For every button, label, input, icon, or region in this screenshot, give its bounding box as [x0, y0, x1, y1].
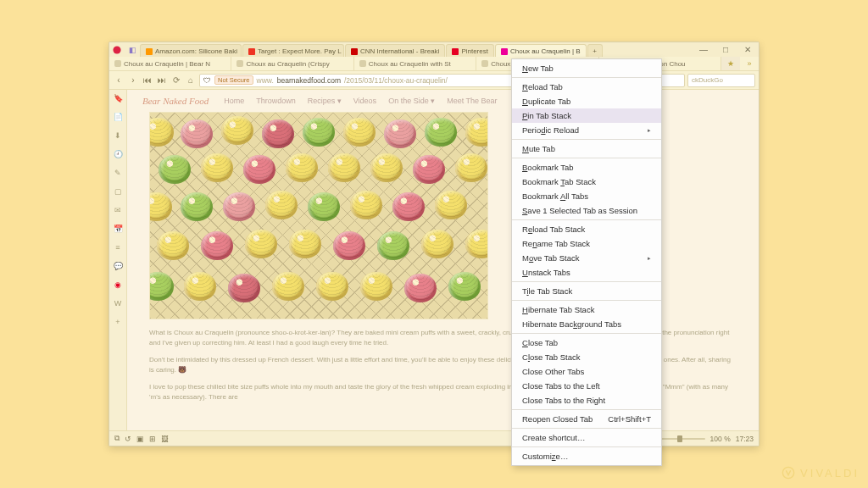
top-tab-row: Amazon.com: Silicone Baki Target : Expec…	[140, 42, 693, 57]
zoom-label: 100 %	[710, 435, 731, 443]
nav-link[interactable]: Videos	[353, 97, 376, 105]
ctx-pin-tab-stack[interactable]: Pin Tab Stack	[512, 108, 661, 123]
ctx-mute-tab[interactable]: Mute Tab	[512, 141, 661, 156]
not-secure-badge: Not Secure	[214, 75, 253, 85]
maximize-button[interactable]: □	[715, 42, 737, 57]
clock: 17:23	[736, 435, 754, 443]
ctx-bookmark-all-tabs[interactable]: Bookmark All Tabs	[512, 189, 661, 203]
svg-point-1	[782, 467, 793, 478]
home-button[interactable]: ⌂	[185, 75, 197, 86]
ctx-create-shortcut[interactable]: Create shortcut…	[512, 430, 661, 445]
downloads-panel-icon[interactable]: ⬇	[112, 130, 124, 141]
ctx-periodic-reload[interactable]: Periodic Reload▸	[512, 123, 661, 137]
reading-list-icon[interactable]: 📄	[112, 111, 124, 123]
calendar-panel-icon[interactable]: 📅	[112, 223, 124, 235]
nav-link[interactable]: Meet The Bear	[447, 97, 497, 105]
ctx-close-tab-stack[interactable]: Close Tab Stack	[512, 350, 661, 364]
window-controls: — □ ✕	[693, 42, 759, 57]
ctx-close-other-tabs[interactable]: Close Other Tabs	[512, 364, 661, 379]
ctx-save-session[interactable]: Save 1 Selected Tab as Session	[512, 203, 661, 218]
ctx-reload-tab[interactable]: Reload Tab	[512, 80, 661, 94]
svg-point-0	[113, 46, 120, 53]
ctx-tile-tab-stack[interactable]: Tile Tab Stack	[512, 284, 661, 298]
top-tab[interactable]: Amazon.com: Silicone Baki	[140, 44, 242, 57]
capture-icon[interactable]: ▣	[136, 435, 144, 443]
mail-panel-icon[interactable]: ✉	[112, 204, 124, 216]
tiling-icon[interactable]: ⊞	[149, 435, 156, 443]
close-button[interactable]: ✕	[737, 42, 759, 57]
sub-tab[interactable]: Choux au Craquelin (Crispy	[231, 57, 353, 70]
feeds-panel-icon[interactable]: ≡	[112, 241, 124, 253]
ctx-rename-tab-stack[interactable]: Rename Tab Stack	[512, 236, 661, 251]
top-tab[interactable]: Pinterest	[446, 44, 494, 57]
ctx-hibernate-background[interactable]: Hibernate Background Tabs	[512, 317, 661, 331]
ctx-reload-tab-stack[interactable]: Reload Tab Stack	[512, 222, 661, 236]
sub-tab[interactable]: Choux au Craquelin with St	[354, 57, 476, 70]
back-button[interactable]: ‹	[113, 75, 125, 86]
search-box[interactable]: ckDuckGo	[687, 74, 755, 87]
vivaldi-watermark: VIVALDI	[782, 466, 860, 480]
ctx-close-tab[interactable]: Close Tab	[512, 336, 661, 350]
vivaldi-menu-icon[interactable]	[109, 42, 125, 57]
image-toggle-icon[interactable]: 🖼	[161, 435, 169, 443]
webpanel-icon[interactable]: W	[112, 297, 124, 309]
tab-options-icon[interactable]: »	[740, 57, 759, 70]
chat-panel-icon[interactable]: 💬	[112, 260, 124, 272]
ctx-bookmark-tab-stack[interactable]: Bookmark Tab Stack	[512, 175, 661, 189]
ctx-bookmark-tab[interactable]: Bookmark Tab	[512, 160, 661, 175]
notes-panel-icon[interactable]: ✎	[112, 167, 124, 179]
site-header: Bear Naked Food Home Throwdown Recipes ▾…	[127, 90, 759, 112]
ctx-new-tab[interactable]: NNew Tabew Tab	[512, 61, 661, 75]
top-tab-active[interactable]: Choux au Craquelin | B	[495, 44, 587, 57]
ctx-hibernate-tab-stack[interactable]: Hibernate Tab Stack	[512, 302, 661, 317]
webpanel-icon[interactable]: ◉	[112, 279, 124, 291]
ctx-close-left[interactable]: Close Tabs to the Left	[512, 379, 661, 393]
add-panel-icon[interactable]: +	[112, 316, 124, 328]
ctx-move-tab-stack[interactable]: Move Tab Stack▸	[512, 251, 661, 265]
ctx-reopen-closed[interactable]: Reopen Closed TabCtrl+Shift+T	[512, 412, 661, 426]
panel-toggle-icon[interactable]: ⧉	[114, 434, 120, 443]
bookmarks-panel-icon[interactable]: 🔖	[112, 92, 124, 104]
new-tab-button[interactable]: +	[587, 44, 603, 57]
nav-link[interactable]: Throwdown	[256, 97, 296, 105]
reload-button[interactable]: ⟳	[170, 75, 182, 86]
sync-icon[interactable]: ↺	[125, 435, 131, 443]
extension-icon[interactable]: ◧	[125, 42, 140, 57]
ctx-close-right[interactable]: Close Tabs to the Right	[512, 393, 661, 408]
nav-link[interactable]: On the Side ▾	[388, 97, 435, 105]
url-prefix: www.	[257, 76, 274, 85]
history-panel-icon[interactable]: 🕘	[112, 148, 124, 160]
panel-sidebar: 🔖 📄 ⬇ 🕘 ✎ ▢ ✉ 📅 ≡ 💬 ◉ W +	[109, 90, 127, 430]
site-nav: Home Throwdown Recipes ▾ Videos On the S…	[224, 97, 497, 105]
tab-context-menu: NNew Tabew Tab Reload Tab Duplicate Tab …	[511, 58, 662, 466]
site-logo[interactable]: Bear Naked Food	[142, 96, 209, 106]
titlebar: ◧ Amazon.com: Silicone Baki Target : Exp…	[109, 42, 759, 57]
forward-button[interactable]: ›	[127, 75, 139, 86]
ctx-duplicate-tab[interactable]: Duplicate Tab	[512, 94, 661, 108]
ctx-customize[interactable]: Customize…	[512, 449, 661, 463]
window-panel-icon[interactable]: ▢	[112, 186, 124, 197]
fast-forward-button[interactable]: ⏭	[156, 75, 168, 86]
page-viewport: Bear Naked Food Home Throwdown Recipes ▾…	[127, 90, 759, 430]
minimize-button[interactable]: —	[693, 42, 715, 57]
nav-link[interactable]: Recipes ▾	[308, 97, 342, 105]
rewind-button[interactable]: ⏮	[142, 75, 153, 86]
url-host: bearnakedfood.com	[277, 76, 341, 85]
ctx-unstack-tabs[interactable]: Unstack Tabs	[512, 265, 661, 280]
hero-image	[149, 112, 488, 319]
sub-tab[interactable]: Choux au Craquelin | Bear N	[109, 57, 231, 70]
shield-icon: 🛡	[203, 76, 211, 85]
bookmark-star-icon[interactable]: ★	[721, 57, 740, 70]
top-tab[interactable]: CNN International - Breaki	[345, 44, 445, 57]
url-path: /2015/03/11/choux-au-craquelin/	[344, 76, 448, 85]
top-tab[interactable]: Target : Expect More. Pay L	[242, 44, 344, 57]
nav-link[interactable]: Home	[224, 97, 244, 105]
